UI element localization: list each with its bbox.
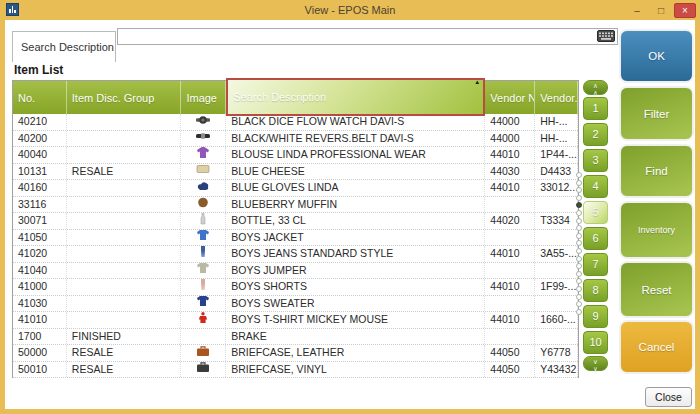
table-row[interactable]: 33116BLUEBERRY MUFFIN: [13, 197, 578, 214]
table-row[interactable]: 41040BOYS JUMPER: [13, 263, 578, 280]
scrollbar-bead: [576, 210, 582, 216]
filter-button[interactable]: Filter: [620, 87, 693, 140]
cell-image: [181, 263, 226, 279]
cell-vendor_no: [485, 230, 535, 246]
cell-vendor_item: Y43432: [535, 362, 578, 378]
cell-no: 41010: [13, 312, 67, 328]
table-row[interactable]: 10131RESALEBLUE CHEESE44030D4433: [13, 164, 578, 181]
table-row[interactable]: 40210BLACK DICE FLOW WATCH DAVI-S44000HH…: [13, 114, 578, 131]
cell-image: [181, 147, 226, 163]
inventory-button[interactable]: Inventory: [620, 202, 693, 258]
page-button-3[interactable]: 3: [583, 149, 608, 172]
page-button-10[interactable]: 10: [583, 331, 608, 354]
page-button-4[interactable]: 4: [583, 175, 608, 198]
watch-item-thumbnail-icon: [196, 114, 210, 130]
table-row[interactable]: 30071BOTTLE, 33 CL44020T3334: [13, 213, 578, 230]
cell-vendor_item: HH-...: [535, 114, 578, 130]
table-row[interactable]: 1700FINISHEDBRAKE: [13, 329, 578, 346]
close-button[interactable]: Close: [645, 387, 692, 407]
find-button[interactable]: Find: [620, 145, 693, 197]
column-header-no[interactable]: No.: [13, 81, 67, 114]
column-header-vendor_no[interactable]: Vendor No.: [485, 81, 535, 114]
scrollbar-bead: [576, 286, 582, 292]
page-button-1[interactable]: 1: [583, 97, 608, 120]
cell-vendor_item: 1P44-...: [535, 147, 578, 163]
cell-image: [181, 213, 226, 229]
blob-item-thumbnail-icon: [196, 180, 210, 196]
cell-image: [181, 362, 226, 378]
cell-no: 33116: [13, 197, 67, 213]
page-up-button[interactable]: ∧ ∧: [583, 80, 608, 95]
table-row[interactable]: 40200BLACK/WHITE REVERS.BELT DAVI-S44000…: [13, 131, 578, 148]
cell-vendor_item: 1660-...: [535, 312, 578, 328]
app-window: View - EPOS Main – □ × Search Descriptio…: [0, 0, 700, 414]
table-header-row: No.Item Disc. GroupImageSearch Descripti…: [13, 81, 578, 114]
cell-description: BOYS JUMPER: [226, 263, 485, 279]
cell-description: BLOUSE LINDA PROFESSIONAL WEAR: [226, 147, 485, 163]
cell-vendor_no: [485, 296, 535, 312]
cell-vendor_item: [535, 197, 578, 213]
cell-no: 40210: [13, 114, 67, 130]
search-description-tab: Search Description: [12, 31, 116, 62]
cell-image: [181, 131, 226, 147]
column-header-group[interactable]: Item Disc. Group: [67, 81, 182, 114]
table-row[interactable]: 40160BLUE GLOVES LINDA4401033012...: [13, 180, 578, 197]
minimize-button[interactable]: –: [626, 3, 648, 18]
cell-image: [181, 329, 226, 345]
cell-group: [67, 246, 182, 262]
cell-description: BOTTLE, 33 CL: [226, 213, 485, 229]
cell-image: [181, 246, 226, 262]
maximize-button[interactable]: □: [650, 3, 672, 18]
cell-vendor_no: 44010: [485, 147, 535, 163]
cell-no: 30071: [13, 213, 67, 229]
table-row[interactable]: 41020BOYS JEANS STANDARD STYLE440103A55-…: [13, 246, 578, 263]
cell-no: 50000: [13, 345, 67, 361]
page-button-5[interactable]: 5: [583, 201, 608, 224]
cell-image: [181, 164, 226, 180]
column-header-description[interactable]: Search Description▲: [226, 78, 485, 116]
table-row[interactable]: 50000RESALEBRIEFCASE, LEATHER44050Y6778: [13, 345, 578, 362]
cell-image: [181, 114, 226, 130]
shirt-item-thumbnail-icon: [196, 147, 210, 163]
table-row[interactable]: 41010BOYS T-SHIRT MICKEY MOUSE440101660-…: [13, 312, 578, 329]
scrollbar-bead: [576, 187, 582, 193]
reset-button[interactable]: Reset: [620, 262, 693, 317]
column-header-label: Vendor...: [540, 92, 578, 104]
cell-no: 40040: [13, 147, 67, 163]
table-row[interactable]: 41030BOYS SWEATER: [13, 296, 578, 313]
scrollbar-bead: [576, 294, 582, 300]
column-header-vendor_item[interactable]: Vendor...: [535, 81, 578, 114]
page-button-8[interactable]: 8: [583, 279, 608, 302]
cell-description: BRIEFCASE, VINYL: [226, 362, 485, 378]
column-header-label: Search Description: [233, 91, 326, 103]
keyboard-icon[interactable]: [597, 30, 615, 42]
page-button-9[interactable]: 9: [583, 305, 608, 328]
table-row[interactable]: 40040BLOUSE LINDA PROFESSIONAL WEAR44010…: [13, 147, 578, 164]
cell-vendor_no: 44030: [485, 164, 535, 180]
page-button-2[interactable]: 2: [583, 123, 608, 146]
section-title: Item List: [14, 63, 63, 77]
ok-button[interactable]: OK: [620, 30, 693, 82]
page-down-button[interactable]: ∨ ∨: [583, 356, 608, 371]
cell-vendor_item: HH-...: [535, 131, 578, 147]
page-button-7[interactable]: 7: [583, 253, 608, 276]
cancel-button[interactable]: Cancel: [620, 321, 693, 373]
table-row[interactable]: 41050BOYS JACKET: [13, 230, 578, 247]
table-row[interactable]: 41000BOYS SHORTS440101F99-...: [13, 279, 578, 296]
search-input[interactable]: [117, 28, 618, 45]
column-header-label: No.: [18, 92, 35, 104]
row-scrollbar[interactable]: [574, 172, 583, 316]
cell-description: BLUEBERRY MUFFIN: [226, 197, 485, 213]
cell-vendor_no: [485, 197, 535, 213]
scrollbar-bead: [576, 195, 582, 201]
rect-item-thumbnail-icon: [196, 164, 210, 180]
close-window-button[interactable]: ×: [674, 3, 696, 18]
cell-group: [67, 213, 182, 229]
table-row[interactable]: 50010RESALEBRIEFCASE, VINYL44050Y43432: [13, 362, 578, 379]
cell-image: [181, 279, 226, 295]
page-button-6[interactable]: 6: [583, 227, 608, 250]
cell-description: BLACK/WHITE REVERS.BELT DAVI-S: [226, 131, 485, 147]
column-header-image[interactable]: Image: [181, 81, 226, 114]
cell-group: RESALE: [67, 164, 182, 180]
cell-no: 40200: [13, 131, 67, 147]
